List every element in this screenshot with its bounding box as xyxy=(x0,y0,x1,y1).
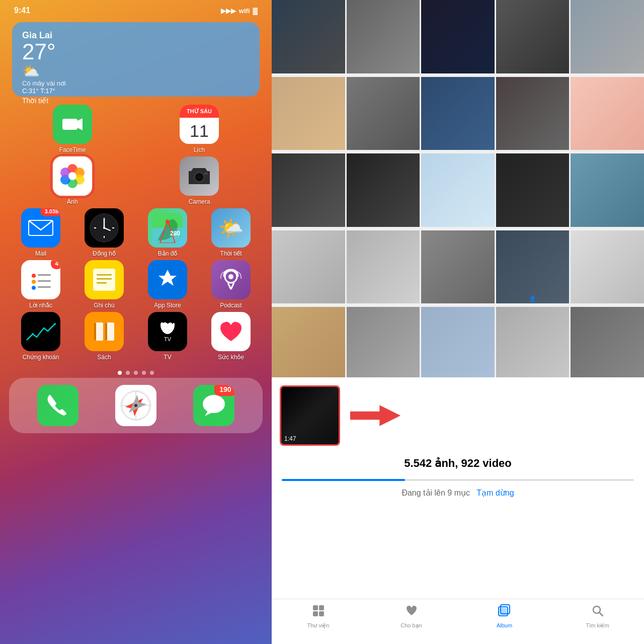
app-appletv[interactable]: TV TV xyxy=(140,312,195,361)
app-weather[interactable]: 🌤️ Thời tiết xyxy=(204,208,258,257)
app-row-3: 3.038 Mail xyxy=(9,208,263,257)
wifi-icon: wifi xyxy=(239,7,250,15)
photo-cell[interactable] xyxy=(421,153,495,227)
tab-search[interactable]: Tìm kiếm xyxy=(551,604,644,629)
photo-cell[interactable] xyxy=(571,307,644,380)
app-stocks[interactable]: Chứng khoán xyxy=(14,312,68,361)
weather-desc: Có mây vài nơi xyxy=(22,79,250,87)
photo-cell[interactable]: 👤 xyxy=(496,230,570,304)
svg-point-9 xyxy=(68,172,76,180)
app-notes[interactable]: Ghi chú xyxy=(77,260,131,309)
dock-safari[interactable] xyxy=(113,385,158,426)
clock-label: Đồng hồ xyxy=(93,250,116,257)
photo-cell[interactable] xyxy=(347,77,420,150)
foryou-tab-label: Cho bạn xyxy=(400,622,422,629)
app-appstore[interactable]: App Store xyxy=(140,260,195,309)
dot-3 xyxy=(134,371,138,375)
tab-library[interactable]: Thư viện xyxy=(272,604,365,629)
notes-label: Ghi chú xyxy=(94,302,114,309)
app-podcast[interactable]: Podcast xyxy=(204,260,258,309)
upload-status: Đang tải lên 9 mục Tạm dừng xyxy=(272,486,644,506)
mail-label: Mail xyxy=(35,250,46,257)
maps-icon: 280 xyxy=(148,208,187,248)
weather2-label: Thời tiết xyxy=(220,250,242,257)
appstore-label: App Store xyxy=(154,302,181,309)
svg-point-12 xyxy=(197,175,201,179)
messages-badge: 190 xyxy=(214,385,234,396)
albums-tab-label: Album xyxy=(497,622,512,628)
facetime-label: FaceTime xyxy=(59,146,86,153)
video-thumbnail[interactable]: 1:47 xyxy=(280,385,340,446)
app-reminders[interactable]: 4 Lời nhắc xyxy=(14,260,68,309)
svg-rect-13 xyxy=(204,173,208,175)
svg-rect-34 xyxy=(93,269,115,291)
photo-cell[interactable] xyxy=(347,0,420,73)
svg-rect-33 xyxy=(38,286,51,288)
photo-cell[interactable] xyxy=(571,77,644,150)
upload-status-text: Đang tải lên 9 mục xyxy=(401,489,470,497)
stats-text: 5.542 ảnh, 922 video xyxy=(282,457,634,470)
dock-messages[interactable]: 190 xyxy=(191,385,236,426)
app-mail[interactable]: 3.038 Mail xyxy=(14,208,68,257)
tab-foryou[interactable]: Cho bạn xyxy=(365,604,458,629)
photo-cell[interactable] xyxy=(347,307,420,380)
photo-cell[interactable] xyxy=(421,307,495,380)
app-clock[interactable]: Đồng hồ xyxy=(77,208,131,257)
photo-cell[interactable] xyxy=(347,153,420,227)
photo-cell[interactable] xyxy=(272,0,345,73)
library-tab-icon xyxy=(312,604,325,620)
photo-cell[interactable] xyxy=(496,307,570,380)
photo-cell[interactable] xyxy=(496,153,570,227)
battery-icon: ▓ xyxy=(253,7,258,15)
app-facetime[interactable]: FaceTime xyxy=(45,105,100,153)
app-calendar[interactable]: THỨ SÁU 11 Lịch xyxy=(172,105,226,153)
svg-rect-0 xyxy=(62,119,77,130)
photo-cell[interactable] xyxy=(571,230,644,304)
photo-cell[interactable] xyxy=(272,230,345,304)
svg-rect-37 xyxy=(97,282,107,284)
photo-cell[interactable] xyxy=(421,0,495,73)
podcast-label: Podcast xyxy=(220,302,242,309)
photos-app: 👤 1:47 5.542 ảnh, 922 video xyxy=(272,0,644,644)
page-dots xyxy=(0,367,272,378)
dot-4 xyxy=(142,371,146,375)
reminders-icon: 4 xyxy=(21,260,60,299)
svg-rect-14 xyxy=(28,219,53,237)
app-books[interactable]: Sách xyxy=(77,312,131,361)
photo-cell[interactable] xyxy=(496,0,570,73)
photo-cell[interactable] xyxy=(421,77,495,150)
weather-temp: 27° xyxy=(22,41,250,63)
svg-line-66 xyxy=(599,612,603,616)
app-camera[interactable]: Camera xyxy=(172,156,226,205)
app-photos[interactable]: Ảnh xyxy=(45,156,100,205)
app-health[interactable]: Sức khỏe xyxy=(204,312,258,361)
photos-label: Ảnh xyxy=(67,198,77,205)
upload-pause-button[interactable]: Tạm dừng xyxy=(476,489,514,497)
status-icons: ▶▶▶ wifi ▓ xyxy=(221,7,258,15)
svg-rect-36 xyxy=(97,278,112,280)
weather-range: C:31° T:17° xyxy=(22,87,250,95)
dock-phone[interactable] xyxy=(35,385,80,426)
svg-rect-47 xyxy=(105,323,107,341)
photo-cell[interactable] xyxy=(571,153,644,227)
photo-cell[interactable] xyxy=(571,0,644,73)
mail-icon: 3.038 xyxy=(21,208,60,248)
svg-point-28 xyxy=(32,274,36,278)
photo-cell[interactable] xyxy=(272,153,345,227)
photo-cell[interactable] xyxy=(272,307,345,380)
photo-cell[interactable] xyxy=(496,77,570,150)
svg-rect-29 xyxy=(38,274,51,276)
facetime-icon xyxy=(53,105,92,144)
photo-cell[interactable] xyxy=(421,230,495,304)
app-maps[interactable]: 280 Bản đồ xyxy=(140,208,195,257)
svg-rect-35 xyxy=(97,274,112,276)
photo-cell[interactable] xyxy=(272,77,345,150)
status-time: 9:41 xyxy=(14,6,30,15)
svg-marker-57 xyxy=(350,405,400,426)
photo-cell[interactable] xyxy=(347,230,420,304)
search-tab-icon xyxy=(591,604,604,620)
weather-widget[interactable]: Gia Lai 27° ⛅ Có mây vài nơi C:31° T:17°… xyxy=(12,22,260,97)
tab-bar: Thư viện Cho bạn Album xyxy=(272,599,644,644)
maps-label: Bản đồ xyxy=(158,250,178,257)
tab-albums[interactable]: Album xyxy=(458,604,551,628)
